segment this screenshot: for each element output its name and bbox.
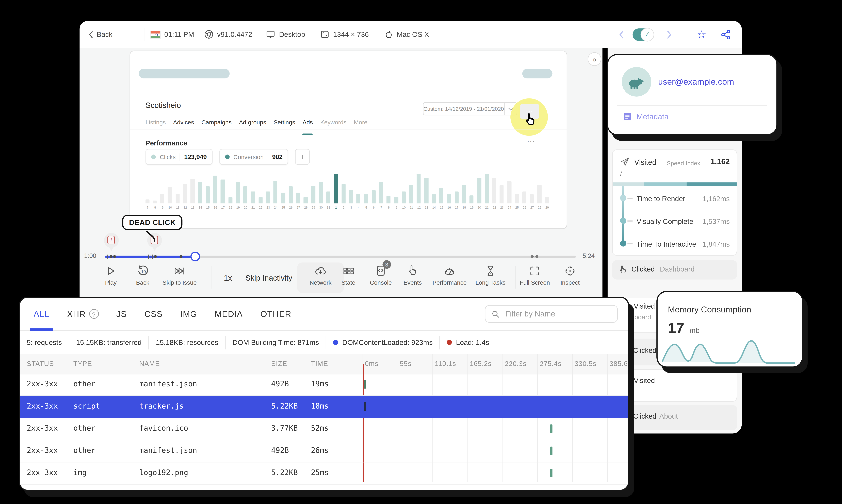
visited-path: /: [620, 170, 622, 177]
chart-bar: [273, 181, 278, 203]
filter-field: [485, 305, 618, 323]
network-tab-xhr[interactable]: XHR?: [67, 298, 99, 330]
event-card-visited[interactable]: Visited: [612, 369, 737, 402]
network-request-row[interactable]: 2xx-3xxscripttracker.js5.22KB18ms: [20, 396, 628, 418]
skip-inactivity-toggle[interactable]: Skip Inactivity: [245, 264, 292, 291]
site-tab-settings[interactable]: Settings: [274, 119, 295, 126]
chart-bar: [236, 181, 240, 203]
site-tab-more[interactable]: More: [354, 119, 368, 126]
site-tab-listings[interactable]: Listings: [145, 119, 166, 126]
network-request-row[interactable]: 2xx-3xxothermanifest.json492B26ms: [20, 440, 628, 463]
network-stats-row: 5: requests15.15KB: transferred15.18KB: …: [20, 331, 628, 354]
os-label: Mac OS X: [397, 31, 429, 38]
cell: 19ms: [311, 380, 329, 388]
speed-metric-value: 1,162ms: [702, 195, 730, 203]
user-email-link[interactable]: user@example.com: [658, 77, 734, 86]
os-info: Mac OS X: [384, 21, 429, 48]
cell: 3.77KB: [271, 424, 298, 432]
collapse-panel-button[interactable]: »: [588, 52, 602, 66]
column-header-type[interactable]: TYPE: [73, 360, 92, 367]
network-tab-other[interactable]: OTHER: [261, 298, 291, 330]
cell: 2xx-3xx: [27, 380, 58, 388]
speed-button[interactable]: 1x: [224, 264, 232, 291]
timeline-track[interactable]: [105, 256, 576, 258]
clicks-value: 123,949: [184, 154, 207, 160]
inspect-button[interactable]: Inspect: [550, 264, 590, 291]
timeline-current-time: 1:00: [84, 252, 96, 259]
metric-chip-conversion[interactable]: Conversion 902: [219, 149, 288, 165]
svg-text:10: 10: [141, 269, 145, 274]
bookmark-button[interactable]: ☆: [697, 21, 706, 48]
column-header-status[interactable]: STATUS: [27, 360, 54, 367]
chart-bar: [198, 181, 202, 203]
filter-input[interactable]: [504, 309, 611, 319]
skip-to-issue-button[interactable]: Skip to Issue: [160, 264, 199, 291]
divider: [617, 105, 767, 106]
site-tab-keywords[interactable]: Keywords: [320, 119, 346, 126]
chart-x-label: 14: [430, 206, 438, 209]
cell: tracker.js: [139, 402, 184, 410]
network-request-row[interactable]: 2xx-3xxotherfavicon.ico3.77KB52ms: [20, 418, 628, 440]
chart-bar: [176, 194, 180, 203]
chart-x-label: 22: [490, 206, 498, 209]
full-screen-button[interactable]: Full Screen: [515, 264, 555, 291]
share-button[interactable]: [721, 21, 731, 48]
performance-chart: 7891011121314151617181920212223242526272…: [144, 172, 551, 209]
timeline-handle[interactable]: [191, 252, 200, 261]
more-horizontal-icon[interactable]: ⋯: [527, 136, 536, 145]
events-panel-button[interactable]: Events: [393, 264, 432, 291]
event-card-clicked-dashboard[interactable]: Clicked Dashboard: [612, 260, 737, 280]
user-card: user@example.com Metadata: [607, 54, 778, 136]
issue-marker[interactable]: i: [103, 233, 120, 253]
site-tab-campaigns[interactable]: Campaigns: [201, 119, 232, 126]
network-tab-js[interactable]: JS: [117, 298, 127, 330]
cell: other: [73, 446, 95, 454]
site-tab-advices[interactable]: Advices: [173, 119, 194, 126]
metadata-link[interactable]: Metadata: [623, 112, 668, 121]
performance-panel-button[interactable]: Performance: [430, 264, 469, 291]
column-header-name[interactable]: NAME: [139, 360, 160, 367]
network-stat: 15.18KB: resources: [149, 336, 226, 349]
chart-bar: [296, 193, 300, 203]
autoplay-toggle[interactable]: ✓: [632, 21, 653, 48]
metadata-icon: [623, 112, 632, 121]
back-label: Back: [97, 31, 112, 38]
chart-x-label: 31: [325, 206, 332, 209]
prev-session-button[interactable]: [619, 21, 624, 48]
clicks-dot: [151, 155, 156, 159]
column-header-time[interactable]: TIME: [311, 360, 328, 367]
conversion-label: Conversion: [233, 154, 264, 160]
chart-bar: [191, 179, 195, 203]
chart-bar: [266, 192, 270, 203]
visited-speed-card[interactable]: Visited Speed Index 1,162 / Time to Rend…: [612, 149, 737, 256]
speed-metric-label: Visually Complete: [637, 218, 693, 226]
chart-x-label: 18: [227, 206, 234, 209]
column-header-size[interactable]: SIZE: [271, 360, 287, 367]
chart-x-label: 17: [453, 206, 461, 209]
site-tab-ads[interactable]: Ads: [303, 119, 313, 126]
next-session-button[interactable]: [667, 21, 673, 48]
site-tab-ad-groups[interactable]: Ad groups: [239, 119, 266, 126]
network-request-row[interactable]: 2xx-3xximglogo192.png5.22KB25ms: [20, 463, 628, 485]
back-10s-button[interactable]: 10 Back: [123, 264, 162, 291]
add-metric-button[interactable]: +: [295, 149, 310, 165]
network-tab-img[interactable]: IMG: [180, 298, 197, 330]
chart-bar: [334, 174, 338, 203]
network-tab-media[interactable]: MEDIA: [215, 298, 243, 330]
date-range-select[interactable]: Custom: 14/12/2019 - 21/01/2020: [423, 102, 517, 115]
metric-chip-clicks[interactable]: Clicks 123,949: [145, 149, 212, 165]
network-tab-css[interactable]: CSS: [144, 298, 163, 330]
waterfall-bar: [550, 469, 553, 477]
help-icon[interactable]: ?: [89, 309, 99, 319]
chart-x-label: 16: [445, 206, 453, 209]
cell: other: [73, 424, 95, 432]
chart-bar: [409, 185, 413, 203]
network-request-row[interactable]: 2xx-3xxothermanifest.json492B19ms: [20, 374, 628, 396]
event-card-clicked-about[interactable]: Clicked About: [612, 405, 737, 430]
chart-x-label: 10: [400, 206, 408, 209]
toggle-switch[interactable]: ✓: [632, 28, 653, 40]
chart-x-label: 20: [242, 206, 249, 209]
back-button[interactable]: Back: [88, 21, 112, 48]
network-tab-all[interactable]: ALL: [34, 298, 49, 330]
long-tasks-panel-button[interactable]: Long Tasks: [471, 264, 510, 291]
